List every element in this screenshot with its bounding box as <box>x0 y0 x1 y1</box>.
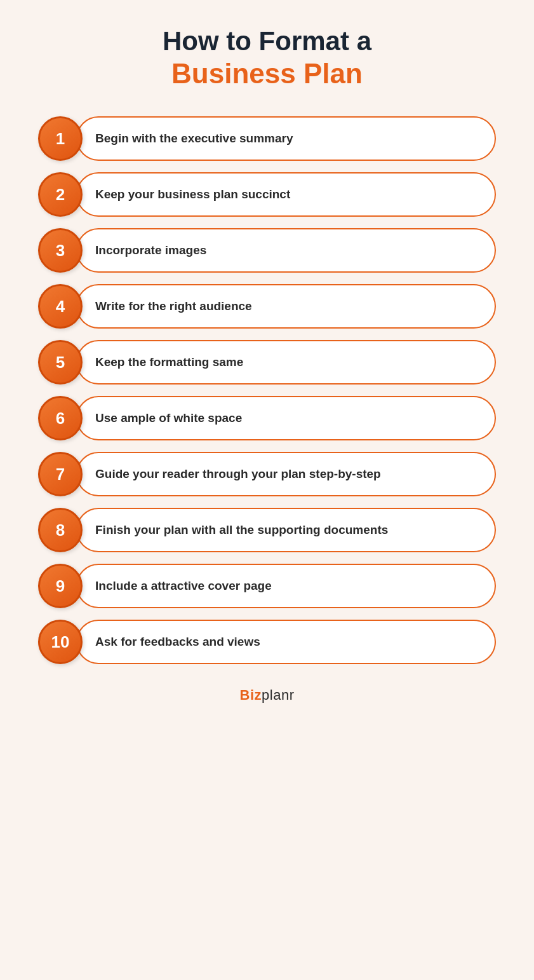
step-row: 5Keep the formatting same <box>38 340 496 385</box>
step-number-9: 9 <box>38 564 83 608</box>
step-label-box-6: Use ample of white space <box>76 396 496 440</box>
step-label-text-5: Keep the formatting same <box>95 354 243 371</box>
step-label-text-3: Incorporate images <box>95 242 206 259</box>
step-number-2: 2 <box>38 172 83 217</box>
step-label-box-4: Write for the right audience <box>76 284 496 329</box>
step-row: 10Ask for feedbacks and views <box>38 620 496 664</box>
step-label-text-4: Write for the right audience <box>95 298 252 315</box>
step-label-box-10: Ask for feedbacks and views <box>76 620 496 664</box>
step-number-3: 3 <box>38 228 83 273</box>
step-number-8: 8 <box>38 508 83 552</box>
title-line1: How to Format a <box>163 25 371 57</box>
step-number-5: 5 <box>38 340 83 385</box>
step-label-box-8: Finish your plan with all the supporting… <box>76 508 496 552</box>
step-label-box-2: Keep your business plan succinct <box>76 172 496 217</box>
step-number-4: 4 <box>38 284 83 329</box>
title-line2: Business Plan <box>163 57 371 91</box>
brand-footer: Bizplanr <box>240 687 295 704</box>
brand-highlight: Biz <box>240 687 262 703</box>
step-number-1: 1 <box>38 116 83 161</box>
step-label-text-6: Use ample of white space <box>95 410 242 426</box>
step-label-box-9: Include a attractive cover page <box>76 564 496 608</box>
step-label-box-5: Keep the formatting same <box>76 340 496 385</box>
steps-list: 1Begin with the executive summary2Keep y… <box>38 116 496 664</box>
step-row: 2Keep your business plan succinct <box>38 172 496 217</box>
step-label-box-1: Begin with the executive summary <box>76 116 496 161</box>
step-label-box-3: Incorporate images <box>76 228 496 273</box>
step-row: 8Finish your plan with all the supportin… <box>38 508 496 552</box>
step-row: 6Use ample of white space <box>38 396 496 440</box>
step-number-10: 10 <box>38 620 83 664</box>
step-label-text-2: Keep your business plan succinct <box>95 186 290 203</box>
step-label-text-8: Finish your plan with all the supporting… <box>95 522 388 538</box>
step-row: 3Incorporate images <box>38 228 496 273</box>
brand-suffix: planr <box>262 687 294 703</box>
step-label-text-9: Include a attractive cover page <box>95 578 272 594</box>
step-row: 4Write for the right audience <box>38 284 496 329</box>
page-header: How to Format a Business Plan <box>163 25 371 91</box>
step-number-7: 7 <box>38 452 83 496</box>
step-label-text-7: Guide your reader through your plan step… <box>95 466 381 482</box>
step-label-text-1: Begin with the executive summary <box>95 130 293 147</box>
step-number-6: 6 <box>38 396 83 440</box>
step-label-text-10: Ask for feedbacks and views <box>95 634 260 650</box>
step-row: 9Include a attractive cover page <box>38 564 496 608</box>
step-row: 1Begin with the executive summary <box>38 116 496 161</box>
step-label-box-7: Guide your reader through your plan step… <box>76 452 496 496</box>
step-row: 7Guide your reader through your plan ste… <box>38 452 496 496</box>
